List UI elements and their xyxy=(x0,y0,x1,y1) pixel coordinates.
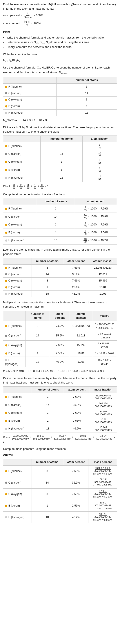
mass-fraction-table: number of atoms atom percent mass fracti… xyxy=(3,386,117,433)
element-b: B (boron) xyxy=(3,103,57,110)
percent-f: 339 × 100% = 7.69% xyxy=(75,205,117,213)
atom-percent-b: 2.56% xyxy=(63,500,89,512)
atoms-h: 18 xyxy=(26,356,50,367)
col-atoms: number of atoms xyxy=(56,77,117,84)
col-percent: atom percent xyxy=(75,198,117,205)
table-row: F (fluorine) 3 7.69% 56.995209489302.100… xyxy=(3,393,117,401)
table-row: H (hydrogen) 18 46.2% 1.008 18 × 1.008 =… xyxy=(3,356,117,367)
element-c: C (carbon) xyxy=(3,90,57,96)
element-c: C (carbon) xyxy=(3,401,32,409)
percent-f: 7.69% xyxy=(64,393,90,401)
col-percent: atom percent xyxy=(50,310,70,321)
element-b: B (boron) xyxy=(3,284,31,291)
mass-percent-o: 47.997302.100209489× 100% = 15.89% xyxy=(89,488,117,500)
atoms-b: 1 xyxy=(32,417,64,425)
molecular-mass-table: number of atoms atom percent atomic mass… xyxy=(3,310,117,368)
percent-c: 35.9% xyxy=(63,271,89,278)
fraction-b: 10.81302.100209489 xyxy=(90,417,117,425)
fraction-h: 1839 xyxy=(83,174,117,182)
percent-o: 7.69% xyxy=(64,409,90,417)
element-f: F (fluorine) xyxy=(3,466,31,477)
atoms-c: 14 xyxy=(40,150,83,158)
table-row: C (carbon) 14 35.9% 12.011 xyxy=(3,271,117,278)
col-fraction: atom fraction xyxy=(83,136,117,142)
mass-o: 3 × 15.999 = 47.997 xyxy=(92,340,117,350)
atoms-f: 3 xyxy=(31,466,63,477)
element-b: B (boron) xyxy=(3,417,32,425)
mass-percent-formula: mass percent = Nimim × 100% xyxy=(3,20,117,27)
atomic-mass-section: Look up the atomic mass, mᵢ, in unified … xyxy=(3,248,117,297)
element-c: C (carbon) xyxy=(3,150,41,158)
percent-b: 139 × 100% = 2.56% xyxy=(75,228,117,236)
table-row: B (boron) 1 139 × 100% = 2.56% xyxy=(3,228,117,236)
mass-percent-section: Compute mass percents using the mass fra… xyxy=(3,447,117,523)
molecular-mass-label: Multiply Nᵢ by mᵢ to compute the mass fo… xyxy=(3,300,117,309)
table-row: O (oxygen) 3 7.69% 15.999 xyxy=(3,278,117,284)
percent-o: 7.69% xyxy=(50,340,70,350)
table-row: C (carbon) 14 1439 × 100% = 35.9% xyxy=(3,213,117,221)
fraction-c: 168.154302.100209489 xyxy=(90,401,117,409)
natoms-total: N_atoms = 3 + 14 + 3 + 1 + 18 = 39 xyxy=(3,118,117,122)
col-atomic-mass: atomic mass/u xyxy=(70,310,92,321)
element-o: O (oxygen) xyxy=(3,278,31,284)
atoms-f: 3 xyxy=(32,393,64,401)
element-b: B (boron) xyxy=(3,166,41,174)
atoms-c: 14 xyxy=(32,401,64,409)
atom-fraction-table: number of atoms atom fraction F (fluorin… xyxy=(3,136,117,182)
element-h: H (hydrogen) xyxy=(3,110,57,116)
element-c: C (carbon) xyxy=(3,331,26,340)
atoms-b: 1 xyxy=(31,500,63,512)
table-row: C (carbon) 14 xyxy=(3,90,117,96)
col-element xyxy=(3,258,31,265)
atoms-o: 3 xyxy=(32,409,64,417)
fraction-f: 339 xyxy=(83,142,117,150)
atomic-mass-b: 10.81 xyxy=(70,350,92,357)
plan-title: Plan: xyxy=(3,30,117,34)
fraction-c: 1439 xyxy=(83,150,117,158)
percent-f: 7.69% xyxy=(50,321,70,331)
percent-o: 7.69% xyxy=(63,278,89,284)
percent-b: 2.56% xyxy=(63,284,89,291)
element-f: F (fluorine) xyxy=(3,321,26,331)
col-atoms: number of atoms xyxy=(31,459,63,466)
col-element xyxy=(3,459,31,466)
atoms-o: 3 xyxy=(31,488,63,500)
atoms-o: 3 xyxy=(31,278,63,284)
table-row: H (hydrogen) 18 46.2% 18.144302.10020948… xyxy=(3,425,117,432)
table-row: B (boron) 1 2.56% 10.81 xyxy=(3,284,117,291)
molecular-mass-section: Multiply Nᵢ by mᵢ to compute the mass fo… xyxy=(3,300,117,373)
element-o: O (oxygen) xyxy=(3,488,31,500)
percent-b: 2.56% xyxy=(64,417,90,425)
header-section: Find the elemental composition for (4-(t… xyxy=(3,2,117,27)
plan-section: Plan: Write the chemical formula and gat… xyxy=(3,30,117,49)
atomic-mass-table: number of atoms atom percent atomic mass… xyxy=(3,258,117,297)
mass-h: 18 × 1.008 = 18.144 xyxy=(92,356,117,367)
element-o: O (oxygen) xyxy=(3,340,26,350)
elements-table: number of atoms F (fluorine) 3 C (carbon… xyxy=(3,77,117,116)
col-percent: atom percent xyxy=(64,386,90,393)
fraction-f: 56.995209489302.100209489 xyxy=(90,393,117,401)
table-row: O (oxygen) 3 339 xyxy=(3,158,117,166)
atoms-h: 18 xyxy=(31,290,63,297)
atoms-b: 1 xyxy=(40,166,83,174)
table-row: F (fluorine) 3 7.69% 18.998403163 xyxy=(3,264,117,271)
mass-percent-h: 18.144302.100209489× 100% = 6.006% xyxy=(89,512,117,523)
mass-percent-c: 168.154302.100209489× 100% = 55.66% xyxy=(89,477,117,488)
col-mass-percent: mass percent xyxy=(89,459,117,466)
table-row: B (boron) 1 139 xyxy=(3,166,117,174)
plan-item-3: Finally, compute the percents and check … xyxy=(7,45,117,49)
atoms-f: 3 xyxy=(37,205,75,213)
table-row: B (boron) 1 2.56% 10.81302.100209489× 10… xyxy=(3,500,117,512)
formula-section: Write the chemical formula: C14H18BF3O3 xyxy=(3,52,117,62)
atoms-b: 1 xyxy=(26,350,50,357)
element-b: B (boron) xyxy=(3,500,31,512)
atoms-b: 1 xyxy=(37,228,75,236)
element-h: H (hydrogen) xyxy=(3,174,41,182)
atomic-mass-label: Look up the atomic mass, mᵢ, in unified … xyxy=(3,248,117,256)
element-f: F (fluorine) xyxy=(3,84,57,90)
table-row: H (hydrogen) 18 46.2% 1.008 xyxy=(3,290,117,297)
table-row: H (hydrogen) 18 1839 xyxy=(3,174,117,182)
mass-fraction-check: Check: 56.995209489302.100209489 + 168.1… xyxy=(3,434,117,444)
atom-fraction-section: Divide each Nᵢ by N_atoms to calculate a… xyxy=(3,125,117,189)
mass-fraction-label: Divide the mass for each element by m to… xyxy=(3,376,117,384)
